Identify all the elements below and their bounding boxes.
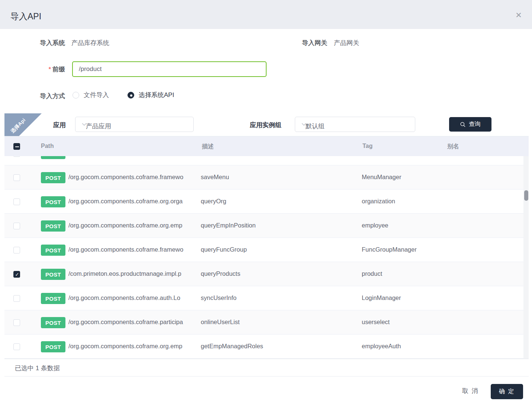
required-asterisk: *	[49, 66, 51, 72]
table-row[interactable]: POST /org.gocom.components.coframe.frame…	[4, 238, 529, 262]
confirm-button[interactable]: 确 定	[491, 384, 523, 399]
row-desc: onlineUserList	[201, 319, 353, 326]
select-all-checkbox[interactable]	[13, 143, 20, 150]
search-icon	[460, 122, 466, 127]
method-badge: POST	[41, 172, 65, 183]
import-system-label: 导入系统	[33, 39, 65, 47]
app-label: 应用	[53, 121, 66, 129]
row-checkbox[interactable]	[13, 295, 20, 302]
column-header-desc: 描述	[202, 143, 214, 151]
table-row[interactable]: POST /org.gocom.components.coframe.frame…	[4, 156, 529, 165]
instance-group-select-value: 默认组	[306, 122, 325, 130]
row-path: /org.gocom.components.coframe.participa	[68, 319, 193, 326]
row-tag: MenuManager	[362, 156, 442, 156]
row-tag: employeeAuth	[362, 343, 442, 350]
row-desc: getEmpManagedRoles	[201, 343, 353, 350]
selected-count-text: 已选中 1 条数据	[15, 364, 60, 372]
table-body: POST /org.gocom.components.coframe.frame…	[4, 156, 529, 359]
table-row[interactable]: POST /org.gocom.components.coframe.auth.…	[4, 286, 529, 310]
row-desc: saveMenu	[201, 174, 353, 181]
row-checkbox[interactable]	[13, 247, 20, 253]
row-tag: userselect	[362, 319, 442, 326]
row-path: /org.gocom.components.coframe.framewo	[68, 246, 193, 253]
row-tag: organization	[362, 198, 442, 205]
row-desc: queryProducts	[201, 270, 353, 277]
prefix-label: *前缀	[22, 65, 65, 74]
prefix-input[interactable]	[72, 61, 267, 77]
row-desc: queryOrg	[201, 198, 353, 205]
row-path: /com.primeton.eos.productmanage.impl.p	[68, 270, 193, 277]
row-desc: queryEmpInPosition	[201, 222, 353, 229]
table-row[interactable]: POST /org.gocom.components.coframe.frame…	[4, 165, 529, 190]
row-tag: product	[362, 270, 442, 277]
row-path: /org.gocom.components.coframe.org.emp	[68, 343, 193, 350]
app-select-value: 产品应用	[86, 122, 111, 130]
row-path: /org.gocom.components.coframe.org.orga	[68, 198, 193, 205]
method-badge: POST	[41, 317, 65, 328]
filter-bar: 选择Api 应用 产品应用 应用实例组 默认组 查询	[4, 113, 529, 136]
import-gateway-label: 导入网关	[296, 39, 327, 47]
table-row[interactable]: POST /org.gocom.components.coframe.org.e…	[4, 335, 529, 359]
row-path: /org.gocom.components.coframe.org.emp	[68, 222, 193, 229]
table-scrollbar-thumb[interactable]	[524, 190, 528, 201]
row-checkbox[interactable]	[13, 198, 20, 205]
method-badge: POST	[41, 269, 65, 280]
row-desc: queryFuncGroup	[201, 246, 353, 253]
table-row[interactable]: POST /org.gocom.components.coframe.org.e…	[4, 214, 529, 238]
radio-label: 文件导入	[84, 91, 109, 99]
radio-select-system-api[interactable]: 选择系统API	[128, 91, 174, 99]
table-header: Path 描述 Tag 别名	[4, 136, 529, 156]
table-row[interactable]: POST /org.gocom.components.coframe.parti…	[4, 310, 529, 335]
row-checkbox[interactable]	[13, 343, 20, 350]
import-system-value: 产品库存系统	[71, 39, 109, 47]
column-header-alias: 别名	[447, 143, 459, 151]
method-badge: POST	[41, 156, 65, 159]
radio-circle-icon	[128, 92, 134, 98]
row-checkbox[interactable]	[13, 271, 20, 278]
import-api-dialog: 导入API ✕ 导入系统 产品库存系统 导入网关 产品网关 *前缀 导入方式 文…	[0, 0, 532, 407]
row-path: /org.gocom.components.coframe.framewo	[68, 174, 193, 181]
app-select[interactable]: 产品应用	[75, 117, 194, 132]
search-button-label: 查询	[469, 120, 481, 128]
table-row[interactable]: POST /com.primeton.eos.productmanage.imp…	[4, 262, 529, 286]
radio-label: 选择系统API	[139, 91, 174, 99]
dialog-header: 导入API ✕	[0, 0, 532, 29]
row-checkbox[interactable]	[13, 174, 20, 181]
close-icon[interactable]: ✕	[514, 11, 523, 20]
row-tag: employee	[362, 222, 442, 229]
row-path: /org.gocom.components.coframe.auth.Lo	[68, 294, 193, 301]
row-tag: FuncGroupManager	[362, 246, 442, 253]
row-checkbox[interactable]	[13, 156, 20, 157]
api-table: Path 描述 Tag 别名 POST /org.gocom.component…	[4, 136, 529, 359]
import-mode-label: 导入方式	[33, 92, 65, 100]
row-desc: syncUserInfo	[201, 294, 353, 301]
table-scrollbar-track[interactable]	[523, 156, 529, 359]
dialog-title: 导入API	[10, 11, 41, 22]
row-tag: LoginManager	[362, 294, 442, 301]
selection-footer: 已选中 1 条数据	[4, 359, 529, 377]
method-badge: POST	[41, 245, 65, 256]
instance-group-label: 应用实例组	[250, 121, 281, 129]
cancel-button[interactable]: 取 消	[462, 387, 479, 395]
radio-file-import[interactable]: 文件导入	[72, 91, 109, 99]
method-badge: POST	[41, 196, 65, 207]
row-path: /org.gocom.components.coframe.framew	[68, 156, 193, 156]
method-badge: POST	[41, 293, 65, 304]
column-header-path: Path	[41, 143, 54, 149]
row-checkbox[interactable]	[13, 319, 20, 326]
row-tag: MenuManager	[362, 174, 442, 181]
table-row[interactable]: POST /org.gocom.components.coframe.org.o…	[4, 190, 529, 214]
method-badge: POST	[41, 341, 65, 352]
row-checkbox[interactable]	[13, 223, 20, 229]
instance-group-select[interactable]: 默认组	[295, 117, 415, 132]
radio-circle-icon	[72, 92, 79, 98]
import-mode-radio-group: 文件导入 选择系统API	[72, 91, 174, 99]
column-header-tag: Tag	[362, 143, 373, 149]
import-gateway-value: 产品网关	[334, 39, 359, 47]
row-desc: queryMenu	[201, 156, 353, 156]
method-badge: POST	[41, 220, 65, 232]
search-button[interactable]: 查询	[449, 117, 491, 132]
